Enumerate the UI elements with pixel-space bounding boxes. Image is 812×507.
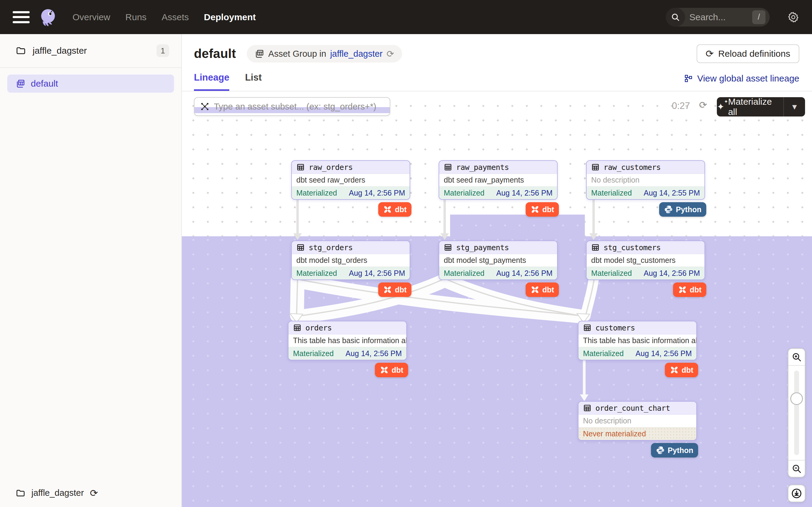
asset-group-pill-link[interactable]: jaffle_dagster — [330, 49, 383, 59]
nav-item-deployment[interactable]: Deployment — [204, 12, 256, 22]
download-graph-button[interactable] — [788, 485, 805, 502]
dbt-badge[interactable]: dbt — [375, 363, 408, 377]
code-location-label: jaffle_dagster — [32, 488, 84, 498]
materialize-dropdown-caret[interactable]: ▼ — [783, 97, 805, 116]
sidebar-item-default[interactable]: default — [7, 74, 174, 93]
asset-node-stg_orders[interactable]: stg_orders dbt model stg_orders Material… — [291, 240, 410, 280]
materialization-status: Materialized — [444, 188, 485, 198]
asset-name: raw_customers — [604, 163, 661, 172]
python-logo-icon — [664, 205, 673, 214]
sidebar-group-jaffle-dagster[interactable]: jaffle_dagster 1 — [0, 34, 181, 68]
asset-status-row: Materialized Aug 14, 2:56 PM — [292, 186, 410, 199]
asset-name: raw_payments — [456, 163, 509, 172]
asset-name: stg_customers — [604, 243, 661, 252]
asset-description: This table has basic information about .… — [578, 334, 696, 347]
dbt-badge[interactable]: dbt — [378, 282, 411, 297]
dbt-logo-icon — [530, 205, 540, 214]
asset-description: dbt model stg_payments — [439, 254, 557, 267]
dbt-badge[interactable]: dbt — [673, 282, 706, 297]
materialization-timestamp: Aug 14, 2:56 PM — [349, 269, 405, 278]
refresh-icon[interactable]: ⟳ — [387, 49, 394, 59]
hamburger-menu-icon[interactable] — [13, 11, 30, 23]
asset-node-orders[interactable]: orders This table has basic information … — [288, 321, 407, 360]
materialization-timestamp: Aug 14, 2:56 PM — [496, 188, 553, 198]
asset-subset-input[interactable] — [214, 102, 384, 112]
refresh-icon[interactable]: ⟳ — [90, 488, 98, 498]
dbt-badge[interactable]: dbt — [526, 202, 559, 217]
table-icon — [255, 49, 264, 59]
global-search[interactable]: / — [666, 8, 770, 26]
asset-card[interactable]: customers This table has basic informati… — [578, 321, 697, 360]
dbt-badge[interactable]: dbt — [665, 363, 698, 377]
lineage-icon — [684, 74, 693, 83]
asset-card-header: customers — [578, 321, 696, 334]
graph-filter-icon — [200, 102, 210, 111]
asset-card[interactable]: raw_customers No description Materialize… — [586, 160, 705, 200]
view-global-asset-lineage-link[interactable]: View global asset lineage — [684, 73, 799, 90]
tab-lineage[interactable]: Lineage — [194, 72, 229, 91]
materialization-timestamp: Aug 14, 2:56 PM — [636, 349, 692, 358]
asset-node-raw_orders[interactable]: raw_orders dbt seed raw_orders Materiali… — [291, 160, 410, 200]
asset-subset-filter[interactable] — [194, 97, 390, 116]
asset-node-raw_customers[interactable]: raw_customers No description Materialize… — [586, 160, 705, 200]
asset-node-customers[interactable]: customers This table has basic informati… — [578, 321, 697, 360]
asset-card-header: raw_payments — [439, 161, 557, 174]
asset-card[interactable]: stg_orders dbt model stg_orders Material… — [291, 240, 410, 280]
python-badge[interactable]: Python — [651, 443, 698, 457]
asset-card-header: stg_orders — [292, 241, 410, 254]
zoom-slider[interactable] — [789, 366, 805, 460]
dbt-logo-icon — [383, 285, 392, 294]
materialize-all-button[interactable]: ✦✦ Materialize all ▼ — [717, 97, 805, 116]
asset-card[interactable]: orders This table has basic information … — [288, 321, 407, 360]
asset-card[interactable]: raw_orders dbt seed raw_orders Materiali… — [291, 160, 410, 200]
nav-item-assets[interactable]: Assets — [162, 12, 189, 22]
sparkle-icon: ✦✦ — [717, 102, 724, 111]
table-icon — [444, 243, 452, 252]
zoom-out-button[interactable] — [789, 460, 805, 477]
dagster-logo[interactable] — [38, 7, 58, 27]
table-icon — [296, 243, 305, 252]
gear-icon[interactable] — [787, 11, 799, 23]
python-badge[interactable]: Python — [659, 202, 706, 217]
refresh-icon: ⟳ — [706, 49, 714, 59]
nav-item-runs[interactable]: Runs — [125, 12, 147, 22]
search-input[interactable] — [689, 12, 744, 22]
nav-links: Overview Runs Assets Deployment — [72, 12, 256, 22]
lineage-graph-viewport[interactable]: raw_orders dbt seed raw_orders Materiali… — [182, 93, 812, 507]
nav-item-overview[interactable]: Overview — [72, 12, 110, 22]
materialization-status: Materialized — [591, 188, 632, 198]
asset-card[interactable]: stg_payments dbt model stg_payments Mate… — [439, 240, 558, 280]
asset-node-raw_payments[interactable]: raw_payments dbt seed raw_payments Mater… — [439, 160, 558, 200]
dbt-badge[interactable]: dbt — [526, 282, 559, 297]
asset-status-row: Materialized Aug 14, 2:55 PM — [587, 186, 704, 199]
materialization-status: Materialized — [583, 349, 624, 358]
asset-card-header: order_count_chart — [578, 402, 696, 415]
table-icon — [296, 163, 305, 171]
sidebar-footer-code-location[interactable]: jaffle_dagster ⟳ — [16, 488, 98, 498]
asset-card[interactable]: stg_customers dbt model stg_customers Ma… — [586, 240, 705, 280]
asset-card[interactable]: raw_payments dbt seed raw_payments Mater… — [439, 160, 558, 200]
table-icon — [583, 324, 592, 332]
top-nav: Overview Runs Assets Deployment / — [0, 0, 812, 34]
asset-name: stg_payments — [456, 243, 509, 252]
zoom-slider-handle[interactable] — [790, 392, 803, 405]
asset-node-order_count_chart[interactable]: order_count_chart No description Never m… — [578, 401, 697, 441]
asset-status-row: Never materialized — [578, 427, 696, 440]
page-title: default — [194, 47, 236, 61]
dbt-badge[interactable]: dbt — [378, 202, 411, 217]
materialization-status: Materialized — [296, 188, 337, 198]
materialization-status: Materialized — [293, 349, 334, 358]
asset-node-stg_customers[interactable]: stg_customers dbt model stg_customers Ma… — [586, 240, 705, 280]
materialization-status: Materialized — [296, 269, 337, 278]
refresh-icon[interactable]: ⟳ — [699, 99, 707, 111]
materialization-timestamp: Aug 14, 2:56 PM — [346, 349, 402, 358]
asset-card[interactable]: order_count_chart No description Never m… — [578, 401, 697, 441]
asset-node-stg_payments[interactable]: stg_payments dbt model stg_payments Mate… — [439, 240, 558, 280]
asset-description: This table has basic information about .… — [289, 334, 406, 347]
zoom-in-button[interactable] — [789, 349, 805, 366]
asset-name: raw_orders — [309, 163, 353, 172]
tab-list[interactable]: List — [245, 72, 262, 91]
reload-definitions-button[interactable]: ⟳ Reload definitions — [697, 44, 799, 63]
asset-description: dbt seed raw_payments — [439, 174, 557, 186]
asset-name: stg_orders — [309, 243, 353, 252]
